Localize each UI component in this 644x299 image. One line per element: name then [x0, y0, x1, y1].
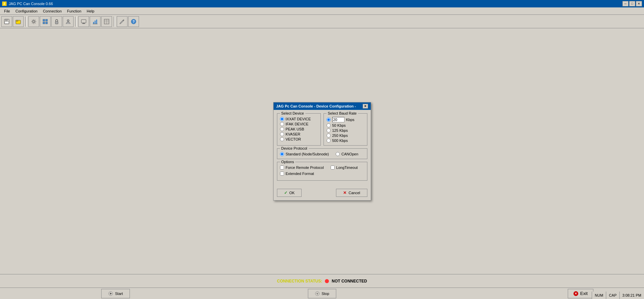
- device-peak-usb[interactable]: PEAK USB: [280, 127, 318, 131]
- option-extended-format[interactable]: Extended Format: [280, 172, 364, 176]
- toolbar-edit-button[interactable]: [117, 16, 128, 27]
- force-remote-checkbox[interactable]: [280, 166, 284, 170]
- dialog-close-button[interactable]: ✕: [363, 104, 368, 109]
- toolbar-monitor-button[interactable]: [78, 16, 89, 27]
- modal-overlay: JAG Pc Can Console - Device Configuratio…: [0, 28, 644, 274]
- menu-connection[interactable]: Connection: [40, 8, 64, 14]
- svg-point-11: [67, 20, 69, 22]
- device-config-dialog: JAG Pc Can Console - Device Configuratio…: [273, 102, 371, 201]
- menu-help[interactable]: Help: [84, 8, 97, 14]
- baud-125[interactable]: 125 Kbps: [327, 128, 364, 132]
- toolbar-separator-2: [75, 17, 77, 27]
- device-ifak[interactable]: IFAK DEVICE: [280, 122, 318, 126]
- exit-icon: ✕: [573, 291, 578, 296]
- exit-area: ✕ Exit: [568, 289, 593, 298]
- baud-20-input[interactable]: [332, 117, 344, 122]
- menu-file[interactable]: File: [1, 8, 13, 14]
- baud-20-radio[interactable]: [327, 118, 331, 122]
- select-device-group: Select Device IXXAT DEVICE IFAK DEVICE: [277, 113, 321, 146]
- cancel-button[interactable]: ✕ Cancel: [336, 189, 367, 197]
- protocol-standard-label: Standard (Node/Subnode): [286, 152, 329, 156]
- toolbar-settings-button[interactable]: [28, 16, 39, 27]
- app-title: JAG PC Can Console 0.66: [9, 2, 53, 6]
- svg-rect-8: [43, 22, 45, 24]
- toolbar-person-button[interactable]: [63, 16, 74, 27]
- options-group: Options Force Remote Protocol LongTimeou…: [277, 162, 367, 181]
- dialog-title-text: JAG Pc Can Console - Device Configuratio…: [276, 104, 356, 108]
- stop-button[interactable]: Stop: [308, 289, 336, 298]
- statusbar-num: NUM: [592, 292, 606, 299]
- baud-250[interactable]: 250 Kbps: [327, 133, 364, 138]
- menu-bar: File Configuration Connection Function H…: [0, 7, 644, 15]
- options-row-2: Extended Format: [280, 172, 364, 176]
- device-ifak-label: IFAK DEVICE: [286, 122, 309, 126]
- title-bar-controls: ─ □ ✕: [622, 1, 642, 6]
- device-peak-label: PEAK USB: [286, 127, 304, 131]
- protocol-canopen-radio[interactable]: [336, 152, 340, 156]
- protocol-canopen-label: CANOpen: [341, 152, 358, 156]
- app-icon: Z: [2, 1, 7, 6]
- svg-rect-10: [55, 22, 58, 24]
- option-force-remote[interactable]: Force Remote Protocol: [280, 166, 324, 170]
- svg-rect-6: [43, 19, 45, 21]
- start-button[interactable]: Start: [101, 289, 130, 298]
- baud-500-radio[interactable]: [327, 139, 331, 143]
- svg-point-5: [33, 21, 35, 23]
- toolbar-grid-button[interactable]: [40, 16, 51, 27]
- toolbar-lock-button[interactable]: [51, 16, 62, 27]
- toolbar-help-button[interactable]: ?: [128, 16, 139, 27]
- ok-checkmark: ✓: [284, 190, 287, 195]
- protocol-standard[interactable]: Standard (Node/Subnode): [280, 152, 329, 156]
- device-vector[interactable]: VECTOR: [280, 137, 318, 141]
- baud-125-label: 125 Kbps: [332, 128, 348, 132]
- baud-125-radio[interactable]: [327, 128, 331, 132]
- options-label: Options: [280, 160, 296, 164]
- svg-rect-12: [81, 20, 86, 23]
- option-longtimeout[interactable]: LongTimeout: [331, 166, 358, 170]
- toolbar-separator-1: [25, 17, 27, 27]
- dialog-body: Select Device IXXAT DEVICE IFAK DEVICE: [274, 110, 371, 187]
- device-vector-radio[interactable]: [280, 137, 284, 141]
- toolbar-save-button[interactable]: [1, 16, 12, 27]
- statusbar-right: NUM CAP 3:08:21 PM: [592, 292, 644, 299]
- maximize-button[interactable]: □: [629, 1, 635, 6]
- exit-button[interactable]: ✕ Exit: [568, 289, 593, 298]
- protocol-canopen[interactable]: CANOpen: [336, 152, 358, 156]
- options-row-1: Force Remote Protocol LongTimeout: [280, 166, 364, 172]
- device-ixxat-radio[interactable]: [280, 117, 284, 121]
- device-kvaser-radio[interactable]: [280, 132, 284, 136]
- select-device-label: Select Device: [280, 111, 305, 115]
- device-ixxat-label: IXXAT DEVICE: [286, 117, 311, 121]
- ok-button[interactable]: ✓ OK: [277, 189, 302, 197]
- baud-50-radio[interactable]: [327, 123, 331, 127]
- toolbar-chart-button[interactable]: [90, 16, 101, 27]
- baud-500-label: 500 Kbps: [332, 139, 348, 143]
- close-button[interactable]: ✕: [636, 1, 642, 6]
- device-peak-radio[interactable]: [280, 127, 284, 131]
- baud-500[interactable]: 500 Kbps: [327, 139, 364, 143]
- toolbar-table-button[interactable]: [101, 16, 112, 27]
- dialog-title-bar: JAG Pc Can Console - Device Configuratio…: [274, 102, 371, 110]
- baud-50[interactable]: 50 Kbps: [327, 123, 364, 127]
- toolbar-separator-3: [114, 17, 115, 27]
- menu-configuration[interactable]: Configuration: [13, 8, 40, 14]
- device-ifak-radio[interactable]: [280, 122, 284, 126]
- cancel-crossmark: ✕: [343, 190, 346, 195]
- protocol-standard-radio[interactable]: [280, 152, 284, 156]
- connection-status-text: NOT CONNECTED: [332, 279, 367, 283]
- baud-250-radio[interactable]: [327, 133, 331, 138]
- longtimeout-checkbox[interactable]: [331, 166, 335, 170]
- svg-rect-4: [16, 20, 18, 21]
- baud-radio-group: Kbps 50 Kbps 125 Kbps: [327, 117, 364, 143]
- longtimeout-label: LongTimeout: [336, 166, 358, 170]
- svg-text:?: ?: [133, 20, 135, 24]
- menu-function[interactable]: Function: [64, 8, 84, 14]
- svg-point-27: [315, 292, 319, 296]
- device-ixxat[interactable]: IXXAT DEVICE: [280, 117, 318, 121]
- extended-format-checkbox[interactable]: [280, 172, 284, 176]
- baud-20[interactable]: Kbps: [327, 117, 364, 122]
- minimize-button[interactable]: ─: [622, 1, 628, 6]
- select-baud-label: Select Baud Rate: [327, 111, 358, 115]
- toolbar-open-button[interactable]: [13, 16, 24, 27]
- device-kvaser[interactable]: KVASER: [280, 132, 318, 136]
